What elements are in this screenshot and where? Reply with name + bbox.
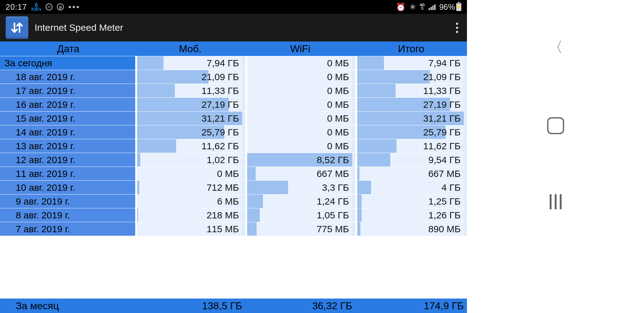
row-mobile: 7,94 ГБ	[137, 56, 245, 70]
row-date: 14 авг. 2019 г.	[0, 125, 135, 139]
row-total: 890 МБ	[357, 222, 467, 236]
row-total: 4 ГБ	[357, 181, 467, 194]
row-mobile: 115 МБ	[137, 222, 245, 236]
row-mobile: 0 МБ	[137, 167, 245, 180]
row-wifi: 1,24 ГБ	[247, 195, 355, 208]
table-row[interactable]: 18 авг. 2019 г.21,09 ГБ0 МБ21,09 ГБ	[0, 70, 467, 84]
battery-status: 96% ⚡	[439, 3, 461, 12]
row-date: 17 авг. 2019 г.	[0, 84, 135, 97]
row-date: 13 авг. 2019 г.	[0, 139, 135, 153]
table-row[interactable]: 13 авг. 2019 г.11,62 ГБ0 МБ11,62 ГБ	[0, 139, 467, 153]
header-mobile: Моб.	[135, 43, 245, 55]
header-total: Итого	[355, 43, 467, 55]
back-button[interactable]: 〈	[548, 38, 563, 57]
table-row[interactable]: За сегодня7,94 ГБ0 МБ7,94 ГБ	[0, 56, 467, 70]
signal-icon	[429, 4, 436, 10]
row-date: 9 авг. 2019 г.	[0, 195, 135, 208]
row-wifi: 775 МБ	[247, 222, 355, 236]
row-date: 10 авг. 2019 г.	[0, 181, 135, 194]
table-body[interactable]: За сегодня7,94 ГБ0 МБ7,94 ГБ18 авг. 2019…	[0, 56, 467, 313]
table-row[interactable]: 14 авг. 2019 г.25,79 ГБ0 МБ25,79 ГБ	[0, 125, 467, 139]
system-nav-bar: 〈	[467, 0, 644, 313]
more-notifications-icon: •••	[68, 3, 80, 12]
table-row[interactable]: 12 авг. 2019 г.1,02 ГБ8,52 ГБ9,54 ГБ	[0, 153, 467, 167]
row-date: 15 авг. 2019 г.	[0, 112, 135, 125]
dnd-icon	[46, 3, 53, 10]
row-mobile: 11,33 ГБ	[137, 84, 245, 97]
row-mobile: 21,09 ГБ	[137, 70, 245, 84]
app-bar: Internet Speed Meter	[0, 14, 467, 41]
mobile-data-icon: 4G⇅	[420, 3, 425, 10]
table-row[interactable]: 11 авг. 2019 г.0 МБ667 МБ667 МБ	[0, 167, 467, 180]
app-icon	[6, 16, 28, 39]
row-wifi: 0 МБ	[247, 139, 355, 153]
row-date: 16 авг. 2019 г.	[0, 98, 135, 111]
table-header-row: Дата Моб. WiFi Итого	[0, 41, 467, 56]
row-date: 8 авг. 2019 г.	[0, 208, 135, 222]
row-mobile: 218 МБ	[137, 208, 245, 222]
summary-label: За месяц	[0, 299, 135, 313]
app-title: Internet Speed Meter	[35, 22, 123, 33]
row-wifi: 8,52 ГБ	[247, 153, 355, 167]
row-date: За сегодня	[0, 56, 135, 70]
row-total: 27,19 ГБ	[357, 98, 467, 111]
row-total: 11,62 ГБ	[357, 139, 467, 153]
row-total: 1,25 ГБ	[357, 195, 467, 208]
bluetooth-icon: ✳	[409, 3, 416, 12]
month-summary-row: За месяц 138,5 ГБ 36,32 ГБ 174,9 ГБ	[0, 299, 467, 313]
summary-wifi: 36,32 ГБ	[247, 299, 355, 313]
summary-mobile: 138,5 ГБ	[137, 299, 245, 313]
table-row[interactable]: 17 авг. 2019 г.11,33 ГБ0 МБ11,33 ГБ	[0, 84, 467, 97]
row-date: 12 авг. 2019 г.	[0, 153, 135, 167]
row-wifi: 0 МБ	[247, 70, 355, 84]
alarm-icon: ⏰	[396, 3, 406, 12]
row-date: 18 авг. 2019 г.	[0, 70, 135, 84]
utorrent-icon: µ	[57, 3, 64, 10]
clock: 20:17	[6, 3, 27, 12]
table-row[interactable]: 9 авг. 2019 г.6 МБ1,24 ГБ1,25 ГБ	[0, 194, 467, 208]
row-mobile: 11,62 ГБ	[137, 139, 245, 153]
summary-total: 174,9 ГБ	[357, 299, 467, 313]
row-total: 21,09 ГБ	[357, 70, 467, 84]
row-total: 25,79 ГБ	[357, 125, 467, 139]
table-row[interactable]: 10 авг. 2019 г.712 МБ3,3 ГБ4 ГБ	[0, 180, 467, 194]
home-button[interactable]	[547, 117, 564, 134]
row-wifi: 0 МБ	[247, 98, 355, 111]
row-wifi: 0 МБ	[247, 56, 355, 70]
table-row[interactable]: 8 авг. 2019 г.218 МБ1,05 ГБ1,26 ГБ	[0, 208, 467, 222]
header-date: Дата	[0, 43, 135, 55]
row-total: 667 МБ	[357, 167, 467, 180]
row-mobile: 31,21 ГБ	[137, 112, 245, 125]
speed-indicator-icon: 6 KB/s	[31, 3, 42, 11]
row-date: 7 авг. 2019 г.	[0, 222, 135, 236]
table-row[interactable]: 15 авг. 2019 г.31,21 ГБ0 МБ31,21 ГБ	[0, 111, 467, 125]
usage-table: Дата Моб. WiFi Итого За сегодня7,94 ГБ0 …	[0, 41, 467, 313]
battery-text: 96%	[439, 3, 455, 12]
row-mobile: 6 МБ	[137, 195, 245, 208]
row-wifi: 0 МБ	[247, 125, 355, 139]
row-wifi: 0 МБ	[247, 84, 355, 97]
row-total: 9,54 ГБ	[357, 153, 467, 167]
table-row[interactable]: 7 авг. 2019 г.115 МБ775 МБ890 МБ	[0, 222, 467, 236]
row-total: 1,26 ГБ	[357, 208, 467, 222]
row-mobile: 1,02 ГБ	[137, 153, 245, 167]
row-total: 31,21 ГБ	[357, 112, 467, 125]
row-wifi: 1,05 ГБ	[247, 208, 355, 222]
battery-icon: ⚡	[456, 3, 461, 11]
row-date: 11 авг. 2019 г.	[0, 167, 135, 180]
table-row[interactable]: 16 авг. 2019 г.27,19 ГБ0 МБ27,19 ГБ	[0, 97, 467, 111]
row-wifi: 3,3 ГБ	[247, 181, 355, 194]
row-mobile: 25,79 ГБ	[137, 125, 245, 139]
row-total: 7,94 ГБ	[357, 56, 467, 70]
row-total: 11,33 ГБ	[357, 84, 467, 97]
overflow-menu-button[interactable]	[456, 23, 461, 33]
row-wifi: 667 МБ	[247, 167, 355, 180]
status-bar: 20:17 6 KB/s µ ••• ⏰ ✳ 4G⇅ 96% ⚡	[0, 0, 467, 14]
header-wifi: WiFi	[245, 43, 355, 55]
row-mobile: 712 МБ	[137, 181, 245, 194]
row-mobile: 27,19 ГБ	[137, 98, 245, 111]
recents-button[interactable]	[550, 194, 562, 209]
row-wifi: 0 МБ	[247, 112, 355, 125]
